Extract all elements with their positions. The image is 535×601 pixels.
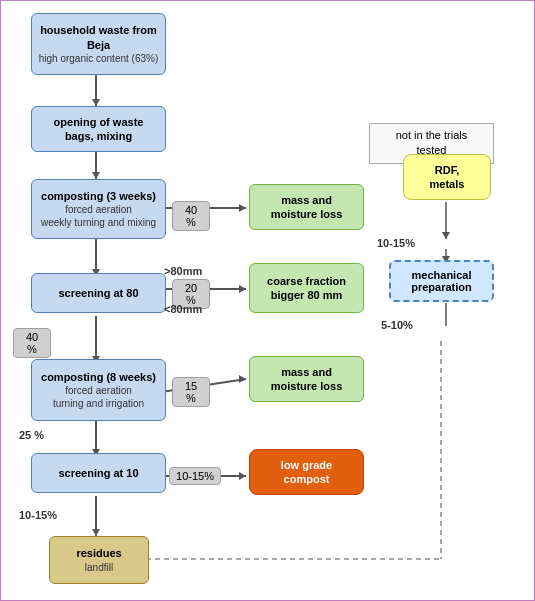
screening-80-box: screening at 80 <box>31 273 166 313</box>
svg-marker-5 <box>239 204 246 212</box>
low-grade-compost-label: low gradecompost <box>281 458 332 487</box>
coarse-fraction-box: coarse fractionbigger 80 mm <box>249 263 364 313</box>
lt80mm-label: <80mm <box>164 303 202 315</box>
svg-marker-3 <box>92 172 100 179</box>
opening-bags-box: opening of wastebags, mixing <box>31 106 166 152</box>
screening-10-label: screening at 10 <box>58 466 138 480</box>
svg-marker-19 <box>92 529 100 536</box>
gt80mm-label: >80mm <box>164 265 202 277</box>
svg-marker-13 <box>239 375 246 383</box>
mass-moisture-2-label: mass andmoisture loss <box>271 365 343 394</box>
rdf-metals-label: RDF,metals <box>430 163 465 192</box>
composting-8w-label: composting (8 weeks) <box>41 370 156 384</box>
residues-label: residues <box>76 546 121 560</box>
pct-10-15-right-label: 10-15% <box>377 237 415 249</box>
composting-3w-box: composting (3 weeks) forced aerationweek… <box>31 179 166 239</box>
composting-3w-sublabel: forced aerationweekly turning and mixing <box>41 203 156 229</box>
pct-5-10-label: 5-10% <box>381 319 413 331</box>
svg-marker-9 <box>239 285 246 293</box>
composting-8w-box: composting (8 weeks) forced aerationturn… <box>31 359 166 421</box>
screening-80-label: screening at 80 <box>58 286 138 300</box>
rdf-metals-box: RDF,metals <box>403 154 491 200</box>
pct-40-2-badge: 40 % <box>13 328 51 358</box>
residues-sublabel: landfill <box>85 561 113 574</box>
mechanical-prep-label: mechanicalpreparation <box>411 269 472 293</box>
svg-marker-21 <box>442 232 450 239</box>
household-waste-label: household waste from Beja <box>32 23 165 52</box>
screening-10-box: screening at 10 <box>31 453 166 493</box>
svg-marker-17 <box>239 472 246 480</box>
coarse-fraction-label: coarse fractionbigger 80 mm <box>267 274 346 303</box>
low-grade-compost-box: low gradecompost <box>249 449 364 495</box>
household-waste-box: household waste from Beja high organic c… <box>31 13 166 75</box>
mass-moisture-2-box: mass andmoisture loss <box>249 356 364 402</box>
composting-8w-sublabel: forced aerationturning and irrigation <box>53 384 144 410</box>
mass-moisture-1-box: mass andmoisture loss <box>249 184 364 230</box>
svg-marker-1 <box>92 99 100 106</box>
opening-bags-label: opening of wastebags, mixing <box>54 115 144 144</box>
pct-15-badge: 15 % <box>172 377 210 407</box>
household-waste-sublabel: high organic content (63%) <box>39 52 159 65</box>
mechanical-prep-box: mechanicalpreparation <box>389 260 494 302</box>
pct-25-label: 25 % <box>19 429 44 441</box>
mass-moisture-1-label: mass andmoisture loss <box>271 193 343 222</box>
residues-box: residues landfill <box>49 536 149 584</box>
pct-40-1-badge: 40 % <box>172 201 210 231</box>
composting-3w-label: composting (3 weeks) <box>41 189 156 203</box>
diagram-container: not in the trialstested <box>0 0 535 601</box>
pct-10-15-2-label: 10-15% <box>19 509 57 521</box>
pct-10-15-1-badge: 10-15% <box>169 467 221 485</box>
